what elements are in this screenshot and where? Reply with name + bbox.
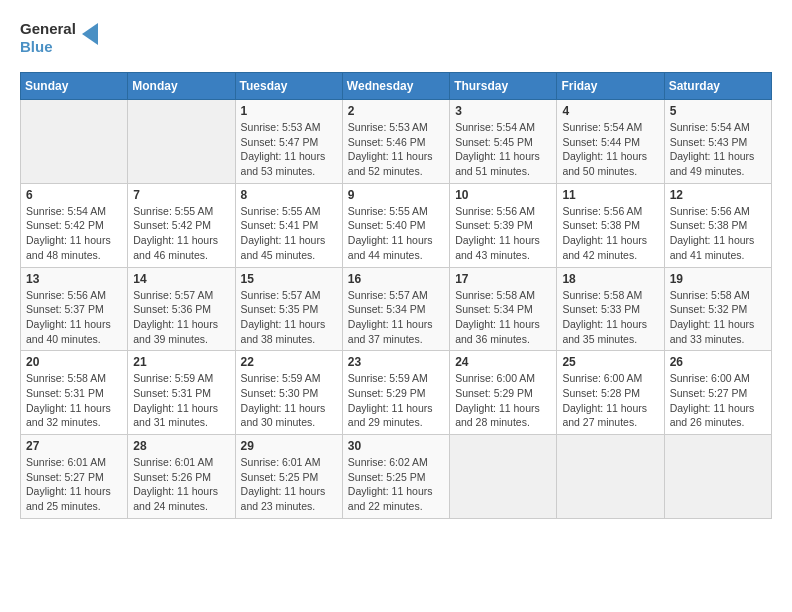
day-info: Sunrise: 5:54 AMSunset: 5:43 PMDaylight:… [670,120,766,179]
calendar-cell: 12Sunrise: 5:56 AMSunset: 5:38 PMDayligh… [664,183,771,267]
day-info: Sunrise: 5:59 AMSunset: 5:30 PMDaylight:… [241,371,337,430]
day-number: 29 [241,439,337,453]
day-info: Sunrise: 6:01 AMSunset: 5:27 PMDaylight:… [26,455,122,514]
day-number: 10 [455,188,551,202]
day-number: 13 [26,272,122,286]
day-info: Sunrise: 5:56 AMSunset: 5:38 PMDaylight:… [670,204,766,263]
day-info: Sunrise: 5:54 AMSunset: 5:42 PMDaylight:… [26,204,122,263]
day-of-week-tuesday: Tuesday [235,73,342,100]
calendar-cell: 26Sunrise: 6:00 AMSunset: 5:27 PMDayligh… [664,351,771,435]
week-row-5: 27Sunrise: 6:01 AMSunset: 5:27 PMDayligh… [21,435,772,519]
day-number: 5 [670,104,766,118]
day-info: Sunrise: 5:55 AMSunset: 5:40 PMDaylight:… [348,204,444,263]
logo-arrow-icon [82,23,104,45]
day-number: 27 [26,439,122,453]
day-number: 26 [670,355,766,369]
day-number: 3 [455,104,551,118]
week-row-1: 1Sunrise: 5:53 AMSunset: 5:47 PMDaylight… [21,100,772,184]
calendar-cell: 2Sunrise: 5:53 AMSunset: 5:46 PMDaylight… [342,100,449,184]
day-number: 22 [241,355,337,369]
calendar-cell [450,435,557,519]
day-of-week-monday: Monday [128,73,235,100]
day-info: Sunrise: 5:57 AMSunset: 5:35 PMDaylight:… [241,288,337,347]
day-number: 14 [133,272,229,286]
day-number: 6 [26,188,122,202]
calendar-cell: 1Sunrise: 5:53 AMSunset: 5:47 PMDaylight… [235,100,342,184]
day-of-week-friday: Friday [557,73,664,100]
calendar-cell: 21Sunrise: 5:59 AMSunset: 5:31 PMDayligh… [128,351,235,435]
day-number: 8 [241,188,337,202]
calendar-cell: 25Sunrise: 6:00 AMSunset: 5:28 PMDayligh… [557,351,664,435]
day-number: 25 [562,355,658,369]
calendar-cell: 24Sunrise: 6:00 AMSunset: 5:29 PMDayligh… [450,351,557,435]
calendar-cell: 14Sunrise: 5:57 AMSunset: 5:36 PMDayligh… [128,267,235,351]
day-info: Sunrise: 5:57 AMSunset: 5:34 PMDaylight:… [348,288,444,347]
calendar-cell: 17Sunrise: 5:58 AMSunset: 5:34 PMDayligh… [450,267,557,351]
day-number: 20 [26,355,122,369]
day-info: Sunrise: 6:00 AMSunset: 5:28 PMDaylight:… [562,371,658,430]
day-info: Sunrise: 5:58 AMSunset: 5:33 PMDaylight:… [562,288,658,347]
day-info: Sunrise: 5:54 AMSunset: 5:45 PMDaylight:… [455,120,551,179]
day-of-week-thursday: Thursday [450,73,557,100]
calendar-cell: 30Sunrise: 6:02 AMSunset: 5:25 PMDayligh… [342,435,449,519]
calendar-cell: 28Sunrise: 6:01 AMSunset: 5:26 PMDayligh… [128,435,235,519]
day-number: 1 [241,104,337,118]
day-info: Sunrise: 6:01 AMSunset: 5:26 PMDaylight:… [133,455,229,514]
day-number: 17 [455,272,551,286]
calendar-cell: 19Sunrise: 5:58 AMSunset: 5:32 PMDayligh… [664,267,771,351]
calendar-cell [557,435,664,519]
day-number: 30 [348,439,444,453]
day-number: 19 [670,272,766,286]
calendar-cell: 13Sunrise: 5:56 AMSunset: 5:37 PMDayligh… [21,267,128,351]
calendar-cell: 16Sunrise: 5:57 AMSunset: 5:34 PMDayligh… [342,267,449,351]
calendar-header-row: SundayMondayTuesdayWednesdayThursdayFrid… [21,73,772,100]
day-of-week-sunday: Sunday [21,73,128,100]
day-info: Sunrise: 5:55 AMSunset: 5:42 PMDaylight:… [133,204,229,263]
day-info: Sunrise: 5:59 AMSunset: 5:31 PMDaylight:… [133,371,229,430]
day-number: 2 [348,104,444,118]
calendar-cell: 18Sunrise: 5:58 AMSunset: 5:33 PMDayligh… [557,267,664,351]
day-number: 11 [562,188,658,202]
day-info: Sunrise: 5:56 AMSunset: 5:38 PMDaylight:… [562,204,658,263]
calendar-cell: 20Sunrise: 5:58 AMSunset: 5:31 PMDayligh… [21,351,128,435]
calendar-cell: 7Sunrise: 5:55 AMSunset: 5:42 PMDaylight… [128,183,235,267]
calendar-cell: 23Sunrise: 5:59 AMSunset: 5:29 PMDayligh… [342,351,449,435]
day-number: 24 [455,355,551,369]
day-number: 28 [133,439,229,453]
calendar-cell: 22Sunrise: 5:59 AMSunset: 5:30 PMDayligh… [235,351,342,435]
day-info: Sunrise: 5:56 AMSunset: 5:39 PMDaylight:… [455,204,551,263]
day-number: 18 [562,272,658,286]
calendar-cell: 11Sunrise: 5:56 AMSunset: 5:38 PMDayligh… [557,183,664,267]
day-info: Sunrise: 5:53 AMSunset: 5:46 PMDaylight:… [348,120,444,179]
calendar-cell: 4Sunrise: 5:54 AMSunset: 5:44 PMDaylight… [557,100,664,184]
day-info: Sunrise: 5:59 AMSunset: 5:29 PMDaylight:… [348,371,444,430]
calendar-cell: 6Sunrise: 5:54 AMSunset: 5:42 PMDaylight… [21,183,128,267]
day-number: 15 [241,272,337,286]
logo: GeneralBlue [20,20,104,56]
day-info: Sunrise: 5:55 AMSunset: 5:41 PMDaylight:… [241,204,337,263]
day-info: Sunrise: 5:56 AMSunset: 5:37 PMDaylight:… [26,288,122,347]
day-number: 23 [348,355,444,369]
day-info: Sunrise: 5:53 AMSunset: 5:47 PMDaylight:… [241,120,337,179]
calendar-cell: 10Sunrise: 5:56 AMSunset: 5:39 PMDayligh… [450,183,557,267]
week-row-3: 13Sunrise: 5:56 AMSunset: 5:37 PMDayligh… [21,267,772,351]
calendar-table: SundayMondayTuesdayWednesdayThursdayFrid… [20,72,772,519]
calendar-cell: 9Sunrise: 5:55 AMSunset: 5:40 PMDaylight… [342,183,449,267]
day-info: Sunrise: 6:01 AMSunset: 5:25 PMDaylight:… [241,455,337,514]
calendar-cell [128,100,235,184]
day-info: Sunrise: 5:58 AMSunset: 5:31 PMDaylight:… [26,371,122,430]
calendar-cell [664,435,771,519]
logo-text: GeneralBlue [20,20,76,56]
day-number: 21 [133,355,229,369]
week-row-2: 6Sunrise: 5:54 AMSunset: 5:42 PMDaylight… [21,183,772,267]
calendar-cell: 3Sunrise: 5:54 AMSunset: 5:45 PMDaylight… [450,100,557,184]
day-info: Sunrise: 6:00 AMSunset: 5:27 PMDaylight:… [670,371,766,430]
calendar-cell: 27Sunrise: 6:01 AMSunset: 5:27 PMDayligh… [21,435,128,519]
day-info: Sunrise: 5:54 AMSunset: 5:44 PMDaylight:… [562,120,658,179]
page-header: GeneralBlue [20,20,772,56]
day-number: 16 [348,272,444,286]
day-info: Sunrise: 6:02 AMSunset: 5:25 PMDaylight:… [348,455,444,514]
day-info: Sunrise: 5:57 AMSunset: 5:36 PMDaylight:… [133,288,229,347]
day-number: 12 [670,188,766,202]
calendar-cell: 15Sunrise: 5:57 AMSunset: 5:35 PMDayligh… [235,267,342,351]
